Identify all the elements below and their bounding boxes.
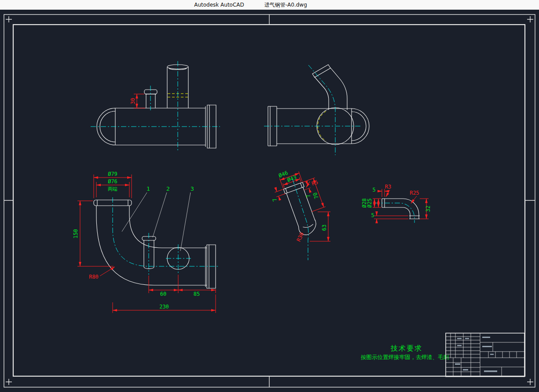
autocad-window: { "titlebar": {"app_name": "Autodesk Aut… <box>0 0 539 392</box>
dim-dia76: Ø76 <box>108 178 117 185</box>
dim-r5: R5 <box>311 179 319 187</box>
document-name: 进气钢管-A0.dwg <box>264 1 307 9</box>
title-block <box>446 333 524 377</box>
dim-150: 150 <box>73 229 79 239</box>
dim-r30: R30 <box>295 232 305 243</box>
front-view: 30 <box>91 61 220 152</box>
dim-5-top: 5 <box>372 187 375 193</box>
dim-r3: R3 <box>385 184 391 190</box>
dim-30: 30 <box>130 98 136 104</box>
dim-32: 32 <box>425 206 431 212</box>
app-title: Autodesk AutoCAD <box>194 2 244 8</box>
dim-7-right: 7 <box>305 193 312 199</box>
notes-line1: 按图示位置焊接牢固，去焊渣、毛刺 <box>361 354 449 360</box>
main-elbow-view: 1 2 3 Ø79 Ø76 两端 150 R80 60 85 230 <box>73 171 219 313</box>
dim-85: 85 <box>194 291 200 297</box>
cad-viewport[interactable]: 30 1 2 3 Ø79 Ø76 两端 150 R80 60 85 230 <box>0 10 539 392</box>
balloon-2: 2 <box>166 185 170 192</box>
dim-230: 230 <box>159 304 169 310</box>
dim-r80: R80 <box>89 274 99 280</box>
balloon-1: 1 <box>147 185 150 192</box>
window-titlebar: Autodesk AutoCAD 进气钢管-A0.dwg <box>0 0 539 10</box>
dim-dia79: Ø79 <box>108 171 117 177</box>
dim-60: 60 <box>160 291 166 297</box>
branch-pipe-view: Ø46 Ø43 7 70 7 R5 63 R30 <box>264 161 334 260</box>
technical-notes: 技术要求 按图示位置焊接牢固，去焊渣、毛刺 <box>361 344 449 360</box>
both-ends-label: 两端 <box>108 186 117 192</box>
dim-7-left: 7 <box>271 197 279 203</box>
small-elbow-view: 5 R3 R25 Ø28 Ø25 5 32 <box>361 184 431 223</box>
dim-63: 63 <box>321 225 327 231</box>
dim-r25: R25 <box>410 190 419 196</box>
balloon-3: 3 <box>191 185 194 192</box>
dim-5-bottom: 5 <box>371 212 374 218</box>
dim-dia25: Ø25 <box>367 198 373 208</box>
notes-title: 技术要求 <box>390 344 422 352</box>
side-view <box>264 65 369 155</box>
